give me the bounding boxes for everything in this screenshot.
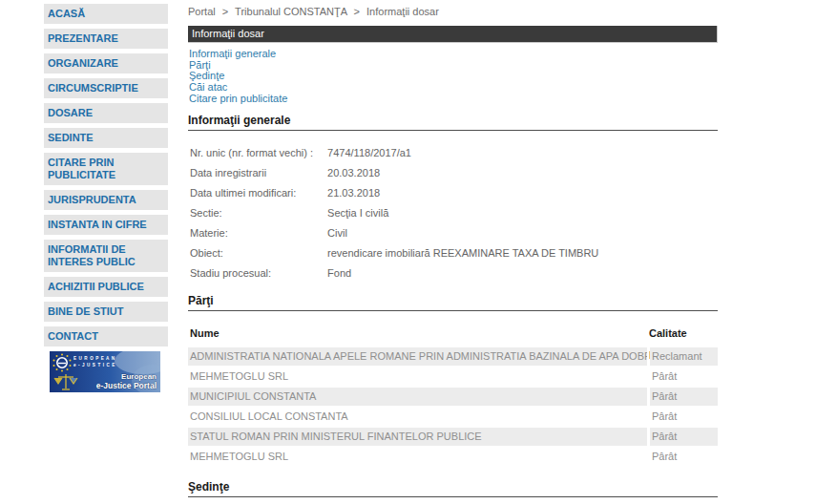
table-row: CONSILIUL LOCAL CONSTANTAPârât [188, 408, 718, 428]
info-row-obiect: Obiect: revendicare imobiliară REEXAMINA… [190, 243, 718, 263]
table-row: MUNICIPIUL CONSTANTAPârât [188, 388, 718, 408]
breadcrumb-portal-link[interactable]: Portal [188, 6, 216, 17]
sidebar-item-circumscriptie[interactable]: CIRCUMSCRIPTIE [44, 78, 168, 98]
breadcrumb: Portal > Tribunalul CONSTANŢA > Informaţ… [188, 6, 439, 17]
section-informatii-generale-header: Informaţii generale [188, 114, 718, 131]
info-value: Fond [327, 263, 351, 284]
info-row-stadiu-procesual: Stadiu procesual: Fond [190, 263, 718, 284]
section-title-parti: Părţi [188, 294, 718, 307]
party-name: MEHMETOGLU SRL [188, 448, 647, 466]
party-role: Reclamant [650, 347, 718, 366]
info-row-sectie: Sectie: Secţia I civilă [190, 203, 718, 223]
info-value: 21.03.2018 [327, 183, 380, 203]
eu-banner-line2: e - J U S T I C E [73, 363, 115, 368]
party-role: Pârât [650, 448, 718, 466]
eu-ejustice-banner-image: E U R O P E A N e - J U S T I C E Europe… [50, 351, 160, 392]
table-row: ADMINISTRATIA NATIONALA APELE ROMANE PRI… [188, 347, 718, 368]
info-row-data-ultimei-modificari: Data ultimei modificari: 21.03.2018 [190, 183, 718, 203]
column-header-nume: Nume [188, 324, 647, 344]
info-label: Obiect: [190, 243, 324, 263]
sidebar-item-jurisprudenta[interactable]: JURISPRUDENTA [44, 190, 168, 210]
section-rule [188, 496, 718, 497]
party-role: Pârât [650, 428, 718, 446]
party-role: Pârât [650, 408, 718, 426]
section-title-sedinte: Şedinţe [188, 480, 718, 494]
party-name: STATUL ROMAN PRIN MINISTERUL FINANTELOR … [188, 428, 647, 446]
info-row-nr-unic: Nr. unic (nr. format vechi) : 7474/118/2… [190, 143, 718, 163]
sidebar-item-organizare[interactable]: ORGANIZARE [44, 53, 168, 74]
sidebar-item-citare-prin-publicitate[interactable]: CITARE PRIN PUBLICITATE [44, 153, 168, 185]
case-info-grid: Nr. unic (nr. format vechi) : 7474/118/2… [190, 143, 718, 284]
eu-banner-line1: E U R O P E A N [73, 356, 115, 361]
breadcrumb-separator: > [354, 6, 360, 17]
eu-ejustice-banner[interactable]: E U R O P E A N e - J U S T I C E Europe… [50, 351, 168, 396]
sidebar-item-dosare[interactable]: DOSARE [44, 103, 168, 123]
eu-banner-caption2: e-Justice Portal [96, 381, 157, 390]
eu-banner-caption1: European [121, 372, 157, 381]
info-value: Civil [327, 223, 347, 243]
section-quicklinks: Informaţii generale Părţi Şedinţe Căi at… [189, 49, 287, 105]
table-row: MEHMETOGLU SRLPârât [188, 448, 718, 468]
table-row: MEHMETOGLU SRLPârât [188, 368, 718, 388]
party-name: CONSILIUL LOCAL CONSTANTA [188, 408, 647, 426]
info-value: Secţia I civilă [327, 203, 388, 223]
info-label: Sectie: [190, 203, 324, 223]
page-title-bar: Informaţii dosar [188, 26, 718, 43]
parties-table-header: NumeCalitate parte [188, 324, 718, 347]
sidebar-item-contact[interactable]: CONTACT [44, 326, 168, 346]
table-row: STATUL ROMAN PRIN MINISTERUL FINANTELOR … [188, 428, 718, 448]
portal-just-page: ACASĂ PREZENTARE ORGANIZARE CIRCUMSCRIPT… [0, 0, 816, 504]
section-parti-header: Părţi [188, 294, 718, 311]
info-row-data-inregistrarii: Data inregistrarii 20.03.2018 [190, 163, 718, 183]
breadcrumb-current: Informaţii dosar [366, 6, 439, 17]
party-role: Pârât [650, 388, 718, 406]
page-title: Informaţii dosar [192, 28, 264, 39]
sidebar-item-informatii-de-interes-public[interactable]: INFORMATII DE INTERES PUBLIC [44, 240, 168, 272]
info-label: Materie: [190, 223, 324, 243]
party-role: Pârât [650, 368, 718, 386]
info-row-materie: Materie: Civil [190, 223, 718, 243]
parties-table: NumeCalitate parte ADMINISTRATIA NATIONA… [188, 324, 718, 468]
sidebar-nav: ACASĂ PREZENTARE ORGANIZARE CIRCUMSCRIPT… [44, 4, 168, 396]
sidebar-item-instanta-in-cifre[interactable]: INSTANTA IN CIFRE [44, 215, 168, 235]
section-title-informatii-generale: Informaţii generale [188, 114, 718, 127]
breadcrumb-separator: > [222, 6, 228, 17]
info-value: 7474/118/2017/a1 [327, 143, 411, 163]
party-name: MEHMETOGLU SRL [188, 368, 647, 386]
breadcrumb-instanta-link[interactable]: Tribunalul CONSTANŢA [235, 6, 346, 17]
sidebar-item-bine-de-stiut[interactable]: BINE DE STIUT [44, 302, 168, 322]
quicklink-citare-prin-publicitate[interactable]: Citare prin publicitate [189, 94, 287, 105]
party-name: MUNICIPIUL CONSTANTA [188, 388, 647, 406]
sidebar-item-achizitii-publice[interactable]: ACHIZITII PUBLICE [44, 277, 168, 297]
quicklink-informatii-generale[interactable]: Informaţii generale [189, 49, 287, 60]
sidebar-item-prezentare[interactable]: PREZENTARE [44, 29, 168, 49]
info-label: Data inregistrarii [190, 163, 324, 183]
info-label: Stadiu procesual: [190, 263, 324, 284]
section-sedinte-header: Şedinţe [188, 480, 718, 497]
party-name: ADMINISTRATIA NATIONALA APELE ROMANE PRI… [188, 347, 647, 366]
section-rule [188, 130, 718, 131]
section-rule [188, 310, 718, 311]
info-label: Nr. unic (nr. format vechi) : [190, 143, 324, 163]
info-value: revendicare imobiliară REEXAMINARE TAXA … [327, 243, 598, 263]
sidebar-item-sedinte[interactable]: SEDINTE [44, 128, 168, 148]
info-label: Data ultimei modificari: [190, 183, 324, 203]
sidebar-item-acasa[interactable]: ACASĂ [44, 4, 168, 24]
info-value: 20.03.2018 [327, 163, 380, 183]
